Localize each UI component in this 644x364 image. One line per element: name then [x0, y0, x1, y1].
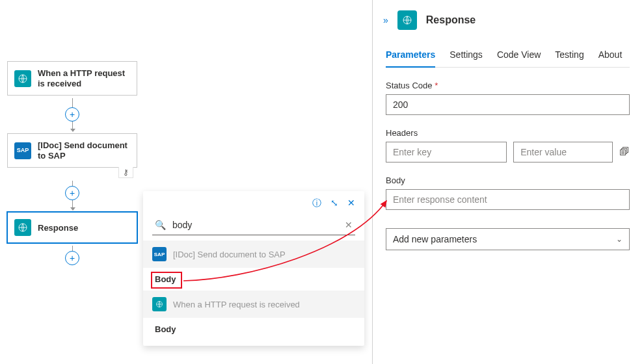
flow-connector: + [7, 168, 137, 212]
headers-row: 🗊 [386, 142, 630, 162]
panel-title: Response [426, 14, 476, 26]
clear-search-icon[interactable]: ✕ [342, 220, 355, 230]
panel-header: » Response [383, 10, 630, 30]
step-label: When a HTTP request is received [38, 68, 130, 88]
connector-line [72, 181, 73, 186]
flow-connector: + [7, 243, 137, 268]
globe-icon [152, 297, 167, 311]
workflow-designer-column: When a HTTP request is received + SAP [I… [7, 61, 137, 268]
popup-toolbar: ⓘ ⤡ ✕ [143, 191, 364, 214]
connection-indicator-icon[interactable]: ⚷ [118, 167, 133, 178]
connector-line [72, 246, 73, 251]
dropdown-label: Add new parameters [393, 234, 477, 244]
action-properties-panel: » Response Parameters Settings Code View… [372, 0, 644, 364]
dynamic-content-search[interactable]: 🔍 ✕ [152, 214, 355, 235]
tab-code-view[interactable]: Code View [497, 49, 541, 67]
globe-icon [397, 10, 417, 30]
add-step-button[interactable]: + [65, 251, 79, 265]
dynamic-content-item-body-sap[interactable]: Body [143, 268, 364, 291]
add-step-button[interactable]: + [65, 107, 79, 122]
status-code-input[interactable] [386, 94, 630, 115]
headers-label: Headers [386, 128, 630, 138]
tab-testing[interactable]: Testing [555, 49, 584, 67]
group-label: When a HTTP request is received [173, 300, 300, 309]
flow-connector: + [7, 96, 137, 133]
add-step-button[interactable]: + [65, 186, 79, 200]
close-icon[interactable]: ✕ [347, 198, 355, 209]
tab-about[interactable]: About [598, 49, 623, 67]
header-key-input[interactable] [386, 142, 507, 162]
expand-icon[interactable]: ⤡ [330, 198, 338, 209]
chevron-down-icon: ⌄ [616, 235, 623, 244]
group-label: [IDoc] Send document to SAP [173, 250, 286, 259]
step-sap-wrapper: SAP [IDoc] Send document to SAP ⚷ [7, 133, 137, 168]
globe-icon [14, 219, 31, 236]
search-input[interactable] [168, 217, 342, 233]
tab-parameters[interactable]: Parameters [386, 49, 435, 68]
connector-line [72, 98, 73, 107]
status-code-label: Status Code * [386, 81, 630, 90]
globe-icon [14, 70, 31, 87]
dynamic-content-item-body-http[interactable]: Body [143, 318, 364, 341]
step-sap-send-idoc[interactable]: SAP [IDoc] Send document to SAP [7, 133, 137, 168]
switch-to-text-mode-icon[interactable]: 🗊 [619, 146, 630, 158]
header-value-input[interactable] [513, 142, 613, 162]
dynamic-content-popup: ⓘ ⤡ ✕ 🔍 ✕ SAP [IDoc] Send document to SA… [143, 191, 364, 346]
body-label: Body [386, 176, 630, 185]
info-icon[interactable]: ⓘ [312, 198, 321, 209]
search-icon: 🔍 [152, 220, 168, 230]
step-label: [IDoc] Send document to SAP [38, 140, 130, 161]
dynamic-content-group-sap[interactable]: SAP [IDoc] Send document to SAP [143, 240, 364, 268]
sap-icon: SAP [152, 247, 167, 261]
panel-tabs: Parameters Settings Code View Testing Ab… [386, 49, 630, 68]
step-http-trigger[interactable]: When a HTTP request is received [7, 61, 137, 96]
body-input[interactable] [386, 189, 630, 210]
tab-settings[interactable]: Settings [449, 49, 483, 67]
collapse-panel-icon[interactable]: » [383, 15, 388, 25]
dynamic-content-group-http[interactable]: When a HTTP request is received [143, 291, 364, 318]
connector-line [72, 122, 73, 131]
sap-icon: SAP [14, 142, 31, 159]
add-new-parameters-dropdown[interactable]: Add new parameters ⌄ [386, 228, 630, 250]
step-label: Response [38, 223, 78, 233]
connector-line [72, 200, 73, 209]
step-response[interactable]: Response [7, 211, 138, 244]
